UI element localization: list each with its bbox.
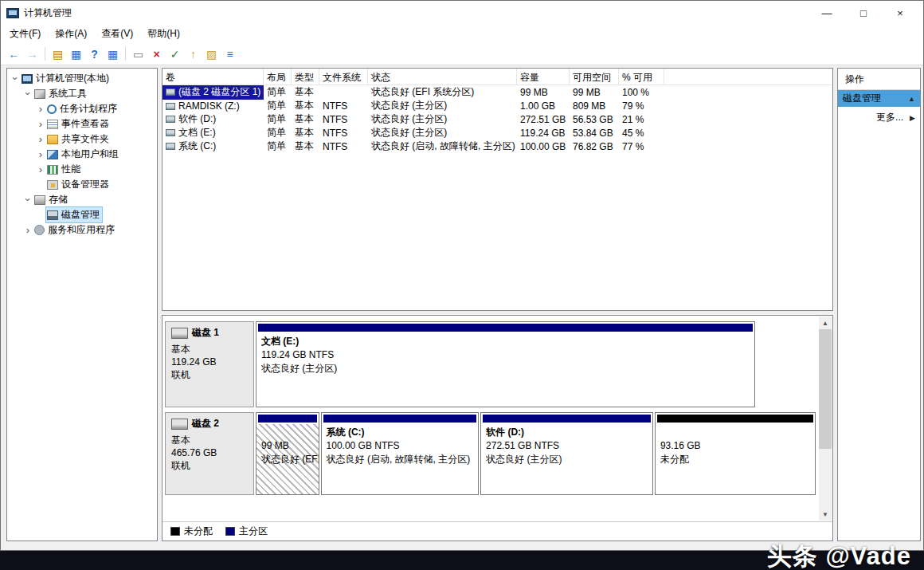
column-header-free[interactable]: 可用空间 (570, 69, 619, 85)
minimize-button[interactable]: — (808, 1, 845, 25)
partition-line: 100.00 GB NTFS (327, 439, 474, 453)
column-header-capacity[interactable]: 容量 (517, 69, 570, 85)
tree-item-label: 共享文件夹 (58, 132, 109, 146)
maximize-button[interactable]: □ (845, 1, 882, 25)
menu-action[interactable]: 操作(A) (48, 24, 94, 44)
forward-icon: → (27, 49, 38, 60)
volume-name: RAMDISK (Z:) (178, 100, 240, 112)
partition[interactable]: 99 MB状态良好 (EFI 系统分区) (256, 412, 319, 495)
mark-active-button[interactable]: ✓ (166, 45, 184, 63)
volume-icon (166, 88, 175, 96)
tools-icon (34, 89, 45, 99)
volume-row[interactable]: 系统 (C:)简单基本NTFS状态良好 (启动, 故障转储, 主分区)100.0… (162, 140, 832, 153)
expander-icon[interactable]: › (35, 164, 46, 175)
tree-item-label: 任务计划程序 (57, 102, 117, 116)
toolbar: ←→▤▦?▦▭×✓↑▨≡ (1, 43, 923, 65)
column-header-filesystem[interactable]: 文件系统 (319, 69, 368, 85)
partition-type-bar (258, 324, 753, 332)
expander-icon[interactable]: › (22, 225, 33, 235)
legend-swatch (225, 527, 235, 536)
disk-row: 磁盘 1基本119.24 GB联机文档 (E:)119.24 GB NTFS状态… (165, 321, 816, 407)
expander-icon[interactable]: › (23, 195, 33, 206)
window-title: 计算机管理 (24, 6, 72, 20)
settings-button[interactable]: ≡ (221, 45, 239, 63)
tree-item-disk-management[interactable]: 磁盘管理 (7, 207, 157, 222)
scroll-down-button[interactable]: ▼ (819, 508, 832, 521)
back-button[interactable]: ← (5, 45, 23, 63)
tree-item-device-manager[interactable]: 设备管理器 (7, 177, 157, 192)
more-actions-item[interactable]: 更多... ▶ (838, 107, 920, 128)
disk-partitions: 99 MB状态良好 (EFI 系统分区)系统 (C:)100.00 GB NTF… (256, 412, 816, 495)
folder-button[interactable]: ▨ (202, 45, 221, 63)
help-button[interactable]: ? (85, 45, 104, 63)
expander-icon[interactable]: › (23, 88, 33, 100)
partition[interactable]: 93.16 GB未分配 (655, 412, 816, 495)
cell-status: 状态良好 (启动, 故障转储, 主分区) (368, 139, 517, 154)
disk-header[interactable]: 磁盘 2基本465.76 GB联机 (165, 412, 254, 495)
legend: 未分配主分区 (162, 521, 832, 541)
device-manager-icon (47, 180, 58, 190)
delete-volume-button[interactable]: × (147, 45, 166, 63)
disk-partitions: 文档 (E:)119.24 GB NTFS状态良好 (主分区) (256, 321, 816, 407)
console-tree-button[interactable]: ▦ (67, 45, 85, 63)
volume-list-pane: 卷布局类型文件系统状态容量可用空间% 可用 (磁盘 2 磁盘分区 1)简单基本状… (162, 68, 833, 311)
tree-item-shared-folders[interactable]: ›共享文件夹 (7, 132, 157, 147)
close-button[interactable]: × (882, 1, 918, 25)
tree-item-computer-management[interactable]: ›计算机管理(本地) (7, 71, 157, 86)
forward-button[interactable]: → (23, 45, 41, 63)
menu-help[interactable]: 帮助(H) (140, 24, 187, 44)
menu-view[interactable]: 查看(V) (94, 24, 140, 44)
column-header-type[interactable]: 类型 (292, 69, 319, 85)
partition[interactable]: 软件 (D:)272.51 GB NTFS状态良好 (主分区) (480, 412, 653, 495)
cell-capacity: 272.51 GB (517, 113, 570, 126)
screen: 计算机管理 — □ × 文件(F)操作(A)查看(V)帮助(H) ←→▤▦?▦▭… (0, 0, 924, 570)
export-list-button[interactable]: ▤ (49, 45, 67, 63)
column-header-layout[interactable]: 布局 (264, 69, 292, 85)
tree-item-system-tools[interactable]: ›系统工具 (7, 86, 157, 101)
legend-item: 主分区 (225, 525, 268, 538)
tree-item-services-apps[interactable]: ›服务和应用程序 (7, 222, 157, 238)
partition[interactable]: 文档 (E:)119.24 GB NTFS状态良好 (主分区) (256, 321, 755, 407)
partition-line: 文档 (E:) (261, 335, 750, 348)
menu-file[interactable]: 文件(F) (2, 24, 48, 44)
disk-header[interactable]: 磁盘 1基本119.24 GB联机 (165, 321, 254, 407)
partition-info: 93.16 GB未分配 (656, 424, 815, 494)
properties-button[interactable]: ▦ (104, 45, 122, 63)
screentip-button[interactable]: ▭ (129, 45, 147, 63)
tree-node: 事件查看器 (46, 116, 112, 132)
disk-icon (171, 419, 188, 430)
tree-item-storage[interactable]: ›存储 (7, 192, 157, 207)
volume-row[interactable]: (磁盘 2 磁盘分区 1)简单基本状态良好 (EFI 系统分区)99 MB99 … (162, 85, 832, 99)
folder-up-button[interactable]: ↑ (184, 45, 202, 63)
cell-volume: (磁盘 2 磁盘分区 1) (162, 85, 264, 100)
column-header-pct-free[interactable]: % 可用 (619, 69, 664, 85)
expander-icon[interactable]: › (35, 119, 46, 129)
expander-icon[interactable]: › (35, 134, 46, 144)
expander-icon[interactable]: › (10, 73, 21, 85)
volume-row[interactable]: RAMDISK (Z:)简单基本NTFS状态良好 (主分区)1.00 GB809… (162, 99, 832, 112)
vertical-scrollbar[interactable]: ▲ ▼ (819, 316, 832, 521)
tree-item-task-scheduler[interactable]: ›任务计划程序 (7, 101, 157, 116)
cell-filesystem: NTFS (319, 113, 368, 126)
expander-icon[interactable]: › (35, 149, 46, 159)
partition-type-bar (323, 415, 477, 423)
scroll-thumb[interactable] (819, 329, 832, 449)
partition-line: 99 MB (261, 439, 314, 453)
disk-type: 基本 (171, 434, 248, 446)
volume-row[interactable]: 文档 (E:)简单基本NTFS状态良好 (主分区)119.24 GB53.84 … (162, 126, 832, 140)
disk-management-action-group[interactable]: 磁盘管理 ▲ (838, 90, 920, 107)
scroll-up-button[interactable]: ▲ (819, 316, 832, 329)
console-tree: ›计算机管理(本地)›系统工具›任务计划程序›事件查看器›共享文件夹›本地用户和… (6, 68, 158, 541)
cell-filesystem: NTFS (319, 140, 368, 153)
tree-item-performance[interactable]: ›性能 (7, 162, 157, 177)
tree-item-event-viewer[interactable]: ›事件查看器 (7, 116, 157, 132)
expander-icon[interactable]: › (35, 104, 46, 114)
partition[interactable]: 系统 (C:)100.00 GB NTFS状态良好 (启动, 故障转储, 主分区… (321, 412, 480, 495)
disk-size: 465.76 GB (171, 446, 248, 459)
tree-item-local-users-groups[interactable]: ›本地用户和组 (7, 147, 157, 162)
performance-icon (47, 165, 58, 175)
volume-row[interactable]: 软件 (D:)简单基本NTFS状态良好 (主分区)272.51 GB56.53 … (162, 112, 832, 126)
volume-table-header: 卷布局类型文件系统状态容量可用空间% 可用 (162, 69, 832, 85)
column-header-status[interactable]: 状态 (368, 69, 517, 85)
column-header-volume[interactable]: 卷 (162, 69, 264, 85)
